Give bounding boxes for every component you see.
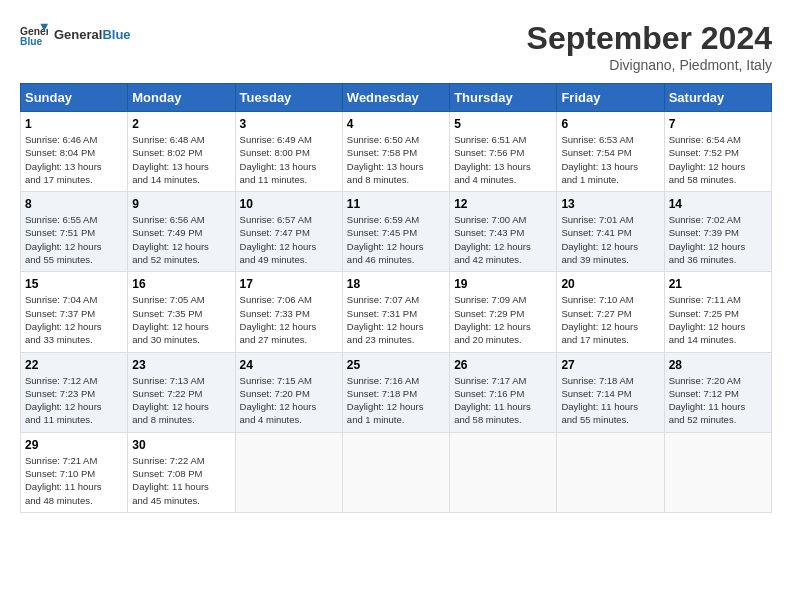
col-header-tuesday: Tuesday	[235, 84, 342, 112]
day-number: 27	[561, 358, 659, 372]
day-info: Sunrise: 7:18 AM Sunset: 7:14 PM Dayligh…	[561, 374, 659, 427]
day-info: Sunrise: 7:01 AM Sunset: 7:41 PM Dayligh…	[561, 213, 659, 266]
day-number: 12	[454, 197, 552, 211]
day-info: Sunrise: 6:49 AM Sunset: 8:00 PM Dayligh…	[240, 133, 338, 186]
calendar-cell: 25Sunrise: 7:16 AM Sunset: 7:18 PM Dayli…	[342, 352, 449, 432]
day-info: Sunrise: 7:15 AM Sunset: 7:20 PM Dayligh…	[240, 374, 338, 427]
day-number: 5	[454, 117, 552, 131]
col-header-friday: Friday	[557, 84, 664, 112]
calendar-cell: 2Sunrise: 6:48 AM Sunset: 8:02 PM Daylig…	[128, 112, 235, 192]
calendar-cell	[664, 432, 771, 512]
page-header: General Blue GeneralBlue September 2024 …	[20, 20, 772, 73]
day-number: 4	[347, 117, 445, 131]
calendar-cell: 10Sunrise: 6:57 AM Sunset: 7:47 PM Dayli…	[235, 192, 342, 272]
col-header-monday: Monday	[128, 84, 235, 112]
day-info: Sunrise: 6:46 AM Sunset: 8:04 PM Dayligh…	[25, 133, 123, 186]
calendar-row: 8Sunrise: 6:55 AM Sunset: 7:51 PM Daylig…	[21, 192, 772, 272]
calendar-cell: 13Sunrise: 7:01 AM Sunset: 7:41 PM Dayli…	[557, 192, 664, 272]
calendar-cell: 12Sunrise: 7:00 AM Sunset: 7:43 PM Dayli…	[450, 192, 557, 272]
day-number: 8	[25, 197, 123, 211]
calendar-cell: 19Sunrise: 7:09 AM Sunset: 7:29 PM Dayli…	[450, 272, 557, 352]
day-info: Sunrise: 6:51 AM Sunset: 7:56 PM Dayligh…	[454, 133, 552, 186]
day-info: Sunrise: 7:07 AM Sunset: 7:31 PM Dayligh…	[347, 293, 445, 346]
calendar-cell: 26Sunrise: 7:17 AM Sunset: 7:16 PM Dayli…	[450, 352, 557, 432]
day-number: 6	[561, 117, 659, 131]
day-info: Sunrise: 6:53 AM Sunset: 7:54 PM Dayligh…	[561, 133, 659, 186]
day-number: 15	[25, 277, 123, 291]
calendar-cell: 7Sunrise: 6:54 AM Sunset: 7:52 PM Daylig…	[664, 112, 771, 192]
location: Divignano, Piedmont, Italy	[527, 57, 772, 73]
calendar-row: 1Sunrise: 6:46 AM Sunset: 8:04 PM Daylig…	[21, 112, 772, 192]
day-info: Sunrise: 6:48 AM Sunset: 8:02 PM Dayligh…	[132, 133, 230, 186]
day-info: Sunrise: 7:10 AM Sunset: 7:27 PM Dayligh…	[561, 293, 659, 346]
day-info: Sunrise: 6:54 AM Sunset: 7:52 PM Dayligh…	[669, 133, 767, 186]
calendar-cell: 9Sunrise: 6:56 AM Sunset: 7:49 PM Daylig…	[128, 192, 235, 272]
calendar-row: 29Sunrise: 7:21 AM Sunset: 7:10 PM Dayli…	[21, 432, 772, 512]
day-info: Sunrise: 7:20 AM Sunset: 7:12 PM Dayligh…	[669, 374, 767, 427]
calendar-cell	[450, 432, 557, 512]
calendar-cell: 3Sunrise: 6:49 AM Sunset: 8:00 PM Daylig…	[235, 112, 342, 192]
day-number: 7	[669, 117, 767, 131]
calendar-cell: 28Sunrise: 7:20 AM Sunset: 7:12 PM Dayli…	[664, 352, 771, 432]
calendar-cell: 21Sunrise: 7:11 AM Sunset: 7:25 PM Dayli…	[664, 272, 771, 352]
calendar-cell: 6Sunrise: 6:53 AM Sunset: 7:54 PM Daylig…	[557, 112, 664, 192]
calendar-cell: 24Sunrise: 7:15 AM Sunset: 7:20 PM Dayli…	[235, 352, 342, 432]
calendar-cell	[342, 432, 449, 512]
day-number: 24	[240, 358, 338, 372]
logo-text: GeneralBlue	[54, 27, 131, 42]
day-number: 20	[561, 277, 659, 291]
day-info: Sunrise: 7:06 AM Sunset: 7:33 PM Dayligh…	[240, 293, 338, 346]
col-header-thursday: Thursday	[450, 84, 557, 112]
day-number: 2	[132, 117, 230, 131]
day-number: 9	[132, 197, 230, 211]
title-block: September 2024 Divignano, Piedmont, Ital…	[527, 20, 772, 73]
calendar-cell: 5Sunrise: 6:51 AM Sunset: 7:56 PM Daylig…	[450, 112, 557, 192]
day-info: Sunrise: 7:13 AM Sunset: 7:22 PM Dayligh…	[132, 374, 230, 427]
col-header-wednesday: Wednesday	[342, 84, 449, 112]
col-header-sunday: Sunday	[21, 84, 128, 112]
day-info: Sunrise: 7:02 AM Sunset: 7:39 PM Dayligh…	[669, 213, 767, 266]
calendar-cell: 29Sunrise: 7:21 AM Sunset: 7:10 PM Dayli…	[21, 432, 128, 512]
day-info: Sunrise: 7:21 AM Sunset: 7:10 PM Dayligh…	[25, 454, 123, 507]
logo: General Blue GeneralBlue	[20, 20, 131, 48]
calendar-cell: 15Sunrise: 7:04 AM Sunset: 7:37 PM Dayli…	[21, 272, 128, 352]
day-number: 3	[240, 117, 338, 131]
calendar-cell	[235, 432, 342, 512]
day-number: 13	[561, 197, 659, 211]
day-info: Sunrise: 7:00 AM Sunset: 7:43 PM Dayligh…	[454, 213, 552, 266]
calendar-cell: 11Sunrise: 6:59 AM Sunset: 7:45 PM Dayli…	[342, 192, 449, 272]
calendar-cell: 23Sunrise: 7:13 AM Sunset: 7:22 PM Dayli…	[128, 352, 235, 432]
day-info: Sunrise: 7:05 AM Sunset: 7:35 PM Dayligh…	[132, 293, 230, 346]
calendar-row: 15Sunrise: 7:04 AM Sunset: 7:37 PM Dayli…	[21, 272, 772, 352]
day-number: 10	[240, 197, 338, 211]
month-title: September 2024	[527, 20, 772, 57]
day-info: Sunrise: 6:59 AM Sunset: 7:45 PM Dayligh…	[347, 213, 445, 266]
day-number: 28	[669, 358, 767, 372]
day-number: 18	[347, 277, 445, 291]
day-info: Sunrise: 7:12 AM Sunset: 7:23 PM Dayligh…	[25, 374, 123, 427]
svg-text:Blue: Blue	[20, 36, 43, 47]
col-header-saturday: Saturday	[664, 84, 771, 112]
day-number: 25	[347, 358, 445, 372]
day-number: 29	[25, 438, 123, 452]
day-info: Sunrise: 7:11 AM Sunset: 7:25 PM Dayligh…	[669, 293, 767, 346]
day-number: 23	[132, 358, 230, 372]
day-number: 11	[347, 197, 445, 211]
calendar-cell: 20Sunrise: 7:10 AM Sunset: 7:27 PM Dayli…	[557, 272, 664, 352]
calendar-cell: 17Sunrise: 7:06 AM Sunset: 7:33 PM Dayli…	[235, 272, 342, 352]
day-number: 1	[25, 117, 123, 131]
calendar-header-row: SundayMondayTuesdayWednesdayThursdayFrid…	[21, 84, 772, 112]
calendar-cell: 18Sunrise: 7:07 AM Sunset: 7:31 PM Dayli…	[342, 272, 449, 352]
calendar-cell: 30Sunrise: 7:22 AM Sunset: 7:08 PM Dayli…	[128, 432, 235, 512]
day-info: Sunrise: 7:17 AM Sunset: 7:16 PM Dayligh…	[454, 374, 552, 427]
calendar-cell: 22Sunrise: 7:12 AM Sunset: 7:23 PM Dayli…	[21, 352, 128, 432]
calendar-cell: 16Sunrise: 7:05 AM Sunset: 7:35 PM Dayli…	[128, 272, 235, 352]
day-info: Sunrise: 7:04 AM Sunset: 7:37 PM Dayligh…	[25, 293, 123, 346]
calendar-table: SundayMondayTuesdayWednesdayThursdayFrid…	[20, 83, 772, 513]
calendar-cell: 8Sunrise: 6:55 AM Sunset: 7:51 PM Daylig…	[21, 192, 128, 272]
calendar-cell: 4Sunrise: 6:50 AM Sunset: 7:58 PM Daylig…	[342, 112, 449, 192]
calendar-cell: 27Sunrise: 7:18 AM Sunset: 7:14 PM Dayli…	[557, 352, 664, 432]
logo-icon: General Blue	[20, 20, 48, 48]
day-info: Sunrise: 7:16 AM Sunset: 7:18 PM Dayligh…	[347, 374, 445, 427]
calendar-row: 22Sunrise: 7:12 AM Sunset: 7:23 PM Dayli…	[21, 352, 772, 432]
